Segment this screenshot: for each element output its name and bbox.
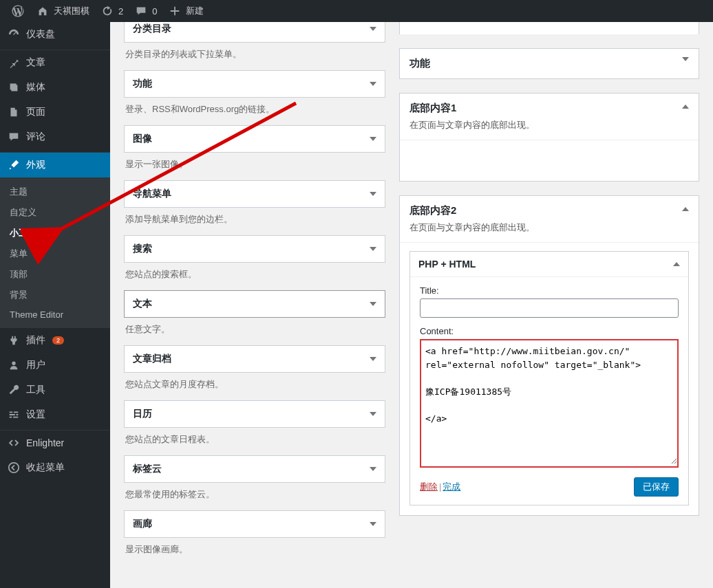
area-cutoff (399, 22, 699, 34)
menu-media[interactable]: 媒体 (0, 75, 110, 100)
avail-widget-title: 标签云 (133, 463, 162, 475)
menu-plugins[interactable]: 插件2 (0, 328, 110, 353)
delete-link[interactable]: 删除 (420, 481, 438, 492)
submenu-themes[interactable]: 主题 (0, 182, 110, 202)
menu-settings[interactable]: 设置 (0, 402, 110, 427)
content-label: Content: (420, 326, 679, 336)
page-icon (7, 105, 21, 119)
admin-bar: 天祺围棋 2 0 新建 (0, 0, 713, 22)
area-footer1-head[interactable]: 底部内容1 在页面与文章内容的底部出现。 (400, 94, 699, 140)
refresh[interactable]: 2 (95, 0, 129, 22)
menu-comments[interactable]: 评论 (0, 124, 110, 149)
area-title: 底部内容1 (409, 102, 689, 115)
chevron-down-icon (370, 412, 376, 416)
area-footer1-body[interactable] (400, 140, 699, 181)
avail-widget-desc: 您站点的文章日程表。 (124, 428, 385, 455)
avail-widget[interactable]: 图像 (124, 125, 385, 153)
menu-appearance[interactable]: 外观 (0, 153, 110, 177)
widget-php-html: PHP + HTML Title: Content: (409, 251, 689, 505)
submenu-header[interactable]: 顶部 (0, 264, 110, 285)
new-label: 新建 (186, 5, 204, 17)
site-name: 天祺围棋 (54, 5, 89, 17)
avail-widget-title: 搜索 (133, 243, 152, 255)
available-widgets: 分类目录分类目录的列表或下拉菜单。功能登录、RSS和WordPress.org的… (124, 22, 385, 565)
avail-widget[interactable]: 搜索 (124, 235, 385, 263)
avail-widget-title: 文章归档 (133, 353, 171, 365)
refresh-icon (100, 4, 114, 18)
widget-title-input[interactable] (420, 298, 679, 318)
avail-widget-head[interactable]: 标签云 (125, 456, 385, 482)
site-home[interactable]: 天祺围棋 (30, 0, 95, 22)
chevron-down-icon (682, 57, 689, 61)
svg-point-0 (9, 463, 19, 472)
menu-posts[interactable]: 文章 (0, 50, 110, 75)
refresh-count: 2 (118, 6, 123, 17)
avail-widget-head[interactable]: 日历 (125, 401, 385, 427)
avail-widget-head[interactable]: 分类目录 (125, 22, 385, 42)
avail-widget-head[interactable]: 文本 (125, 291, 385, 317)
avail-widget-title: 功能 (133, 78, 152, 90)
avail-widget[interactable]: 功能 (124, 70, 385, 98)
avail-widget-desc: 添加导航菜单到您的边栏。 (124, 208, 385, 235)
admin-menu: 仪表盘 文章 媒体 页面 评论 外观 主题 自定义 小工具 菜单 顶部 背景 T… (0, 22, 110, 588)
comment-count: 0 (152, 6, 157, 17)
dashboard-icon (7, 28, 21, 41)
widget-php-html-head[interactable]: PHP + HTML (410, 252, 688, 277)
chevron-down-icon (370, 247, 376, 251)
menu-dashboard[interactable]: 仪表盘 (0, 22, 110, 47)
menu-pages[interactable]: 页面 (0, 100, 110, 124)
avail-widget-head[interactable]: 文章归档 (125, 346, 385, 372)
avail-widget-desc: 显示一张图像。 (124, 153, 385, 180)
new-content[interactable]: 新建 (162, 0, 209, 22)
avail-widget[interactable]: 日历 (124, 400, 385, 428)
submenu-theme-editor[interactable]: Theme Editor (0, 305, 110, 324)
area-footer2-head[interactable]: 底部内容2 在页面与文章内容的底部出现。 (400, 196, 699, 242)
area-footer2-body[interactable]: PHP + HTML Title: Content: (400, 242, 699, 515)
appearance-submenu: 主题 自定义 小工具 菜单 顶部 背景 Theme Editor (0, 177, 110, 328)
menu-enlighter[interactable]: Enlighter (0, 431, 110, 455)
title-label: Title: (420, 285, 679, 296)
saved-button[interactable]: 已保存 (634, 477, 679, 497)
wp-logo[interactable] (6, 0, 30, 22)
chevron-down-icon (370, 522, 376, 526)
avail-widget-desc: 分类目录的列表或下拉菜单。 (124, 43, 385, 70)
avail-widget-head[interactable]: 图像 (125, 126, 385, 152)
submenu-background[interactable]: 背景 (0, 285, 110, 305)
chevron-down-icon (370, 357, 376, 361)
plus-icon (168, 4, 182, 18)
done-link[interactable]: 完成 (443, 481, 460, 492)
chevron-up-icon (682, 105, 689, 109)
avail-widget[interactable]: 画廊 (124, 510, 385, 538)
chevron-up-icon (673, 262, 680, 266)
avail-widget[interactable]: 标签云 (124, 455, 385, 483)
chevron-down-icon (370, 467, 376, 471)
avail-widget[interactable]: 分类目录 (124, 22, 385, 43)
menu-collapse[interactable]: 收起菜单 (0, 455, 110, 480)
wrench-icon (7, 383, 21, 397)
code-icon (7, 436, 21, 450)
avail-widget-head[interactable]: 搜索 (125, 236, 385, 262)
avail-widget-title: 分类目录 (133, 23, 171, 35)
submenu-widgets[interactable]: 小工具 (0, 223, 110, 243)
avail-widget-desc: 您站点文章的月度存档。 (124, 373, 385, 400)
menu-tools[interactable]: 工具 (0, 378, 110, 402)
wordpress-icon (11, 4, 25, 18)
widget-php-html-body: Title: Content: 删除|完成 已保存 (410, 277, 688, 505)
avail-widget[interactable]: 文本 (124, 290, 385, 318)
avail-widget-head[interactable]: 导航菜单 (125, 181, 385, 207)
avail-widget-title: 图像 (133, 133, 152, 145)
submenu-customize[interactable]: 自定义 (0, 202, 110, 223)
chevron-down-icon (370, 27, 376, 31)
avail-widget-head[interactable]: 画廊 (125, 511, 385, 537)
avail-widget-desc: 您站点的搜索框。 (124, 263, 385, 290)
avail-widget[interactable]: 导航菜单 (124, 180, 385, 208)
comments-bubble[interactable]: 0 (129, 0, 162, 22)
avail-widget[interactable]: 文章归档 (124, 345, 385, 373)
submenu-menus[interactable]: 菜单 (0, 243, 110, 264)
area-desc: 在页面与文章内容的底部出现。 (409, 221, 689, 234)
menu-users[interactable]: 用户 (0, 353, 110, 378)
widget-content-textarea[interactable] (421, 340, 677, 464)
widget-areas: 功能 底部内容1 在页面与文章内容的底部出现。 底部内容2 在页面与文章内容的底… (399, 22, 699, 565)
area-features-head[interactable]: 功能 (400, 49, 699, 78)
avail-widget-head[interactable]: 功能 (125, 71, 385, 97)
